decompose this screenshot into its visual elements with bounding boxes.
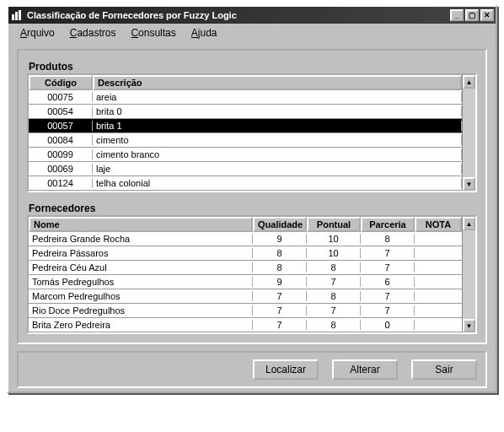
- button-bar: Localizar Alterar Sair: [17, 351, 487, 388]
- app-window: Classificação de Fornecedores por Fuzzy …: [7, 5, 497, 393]
- fornecedores-cell-nome: Marcom Pedregulhos: [29, 291, 253, 301]
- produtos-cell-codigo: 00054: [29, 106, 93, 116]
- produtos-cell-codigo: 00124: [29, 178, 93, 188]
- fornecedores-cell-nome: Rio Doce Pedregulhos: [29, 305, 253, 316]
- produtos-cell-descricao: cimento: [93, 135, 462, 145]
- table-row[interactable]: Brita Zero Pedreira780: [29, 318, 462, 332]
- table-row[interactable]: 00124telha colonial: [29, 176, 462, 191]
- table-row[interactable]: Tomás Pedregulhos976: [29, 275, 462, 289]
- produtos-cell-codigo: 00075: [29, 92, 93, 102]
- fornecedores-cell-qualidade: 7: [253, 320, 307, 330]
- fornecedores-col-nome[interactable]: Nome: [29, 217, 253, 232]
- fornecedores-cell-parceria: 7: [361, 248, 415, 258]
- scroll-up-icon[interactable]: ▲: [463, 217, 475, 230]
- scroll-up-icon[interactable]: ▲: [463, 75, 475, 89]
- produtos-scrollbar[interactable]: ▲ ▼: [462, 75, 475, 191]
- fornecedores-grid: Nome Qualidade Pontual Parceria NOTA Ped…: [27, 215, 477, 334]
- maximize-button[interactable]: ▢: [465, 9, 479, 21]
- fornecedores-cell-qualidade: 7: [253, 291, 307, 301]
- fornecedores-label: Fornecedores: [29, 202, 477, 214]
- fornecedores-cell-parceria: 7: [361, 305, 415, 316]
- menubar: Arquivo Cadastros Consultas Ajuda: [8, 24, 496, 42]
- produtos-cell-codigo: 00069: [29, 164, 93, 174]
- menu-ajuda[interactable]: Ajuda: [185, 25, 224, 40]
- close-button[interactable]: ✕: [480, 9, 494, 21]
- produtos-grid: Código Descrição 00075areia00054brita 00…: [27, 73, 477, 192]
- svg-rect-0: [12, 14, 14, 20]
- window-title: Classificação de Fornecedores por Fuzzy …: [27, 10, 450, 20]
- table-row[interactable]: Marcom Pedregulhos787: [29, 289, 462, 304]
- fornecedores-cell-pontual: 8: [307, 262, 361, 273]
- fornecedores-cell-pontual: 8: [307, 291, 361, 301]
- fornecedores-cell-nome: Brita Zero Pedreira: [29, 320, 253, 330]
- fornecedores-cell-nome: Tomás Pedregulhos: [29, 277, 253, 287]
- scroll-down-icon[interactable]: ▼: [463, 319, 475, 332]
- produtos-label: Produtos: [29, 61, 477, 73]
- fornecedores-cell-parceria: 6: [361, 277, 415, 287]
- produtos-cell-descricao: telha colonial: [93, 178, 462, 188]
- produtos-cell-descricao: brita 0: [93, 106, 462, 116]
- produtos-cell-codigo: 00084: [29, 135, 93, 145]
- svg-rect-1: [15, 12, 18, 20]
- table-row[interactable]: 00054brita 0: [29, 105, 462, 119]
- fornecedores-cell-parceria: 7: [361, 291, 415, 301]
- fornecedores-cell-pontual: 10: [307, 234, 361, 244]
- table-row[interactable]: Rio Doce Pedregulhos777: [29, 304, 462, 318]
- sair-button[interactable]: Sair: [411, 359, 477, 380]
- localizar-button[interactable]: Localizar: [253, 359, 319, 380]
- svg-rect-2: [19, 10, 21, 20]
- fornecedores-cell-pontual: 7: [307, 277, 361, 287]
- scroll-down-icon[interactable]: ▼: [463, 177, 475, 191]
- fornecedores-cell-qualidade: 8: [253, 248, 307, 258]
- produtos-col-codigo[interactable]: Código: [29, 75, 93, 90]
- produtos-cell-codigo: 00057: [29, 121, 93, 131]
- menu-cadastros[interactable]: Cadastros: [63, 25, 123, 40]
- minimize-button[interactable]: _: [450, 9, 464, 21]
- fornecedores-cell-qualidade: 8: [253, 262, 307, 273]
- produtos-col-descricao[interactable]: Descrição: [93, 75, 462, 90]
- alterar-button[interactable]: Alterar: [332, 359, 398, 380]
- fornecedores-col-qualidade[interactable]: Qualidade: [253, 217, 307, 232]
- fornecedores-cell-qualidade: 7: [253, 305, 307, 316]
- table-row[interactable]: Pedreira Céu Azul887: [29, 261, 462, 275]
- table-row[interactable]: 00075areia: [29, 90, 462, 105]
- fornecedores-col-pontual[interactable]: Pontual: [307, 217, 361, 232]
- fornecedores-cell-qualidade: 9: [253, 234, 307, 244]
- fornecedores-cell-pontual: 7: [307, 305, 361, 316]
- menu-consultas[interactable]: Consultas: [124, 25, 182, 40]
- produtos-cell-descricao: laje: [93, 164, 462, 174]
- fornecedores-cell-nome: Pedreira Grande Rocha: [29, 234, 253, 244]
- produtos-cell-descricao: brita 1: [93, 121, 462, 131]
- table-row[interactable]: 00084cimento: [29, 133, 462, 148]
- fornecedores-cell-nome: Pedreira Pássaros: [29, 248, 253, 258]
- table-row[interactable]: Pedreira Grande Rocha9108: [29, 232, 462, 246]
- table-row[interactable]: 00099cimento branco: [29, 148, 462, 162]
- app-icon: [10, 8, 24, 22]
- fornecedores-scrollbar[interactable]: ▲ ▼: [462, 217, 475, 332]
- fornecedores-cell-pontual: 8: [307, 320, 361, 330]
- produtos-cell-descricao: areia: [93, 92, 462, 102]
- produtos-cell-codigo: 00099: [29, 149, 93, 159]
- fornecedores-cell-nome: Pedreira Céu Azul: [29, 262, 253, 273]
- fornecedores-cell-parceria: 0: [361, 320, 415, 330]
- fornecedores-col-parceria[interactable]: Parceria: [361, 217, 415, 232]
- fornecedores-cell-parceria: 8: [361, 234, 415, 244]
- main-panel: Produtos Código Descrição 00075areia0005…: [17, 49, 487, 344]
- table-row[interactable]: Pedreira Pássaros8107: [29, 246, 462, 261]
- fornecedores-cell-qualidade: 9: [253, 277, 307, 287]
- fornecedores-cell-parceria: 7: [361, 262, 415, 273]
- table-row[interactable]: 00069laje: [29, 162, 462, 176]
- menu-arquivo[interactable]: Arquivo: [13, 25, 62, 40]
- titlebar: Classificação de Fornecedores por Fuzzy …: [8, 7, 496, 24]
- table-row[interactable]: 00057brita 1: [29, 119, 462, 133]
- fornecedores-cell-pontual: 10: [307, 248, 361, 258]
- produtos-cell-descricao: cimento branco: [93, 149, 462, 159]
- fornecedores-col-nota[interactable]: NOTA: [415, 217, 462, 232]
